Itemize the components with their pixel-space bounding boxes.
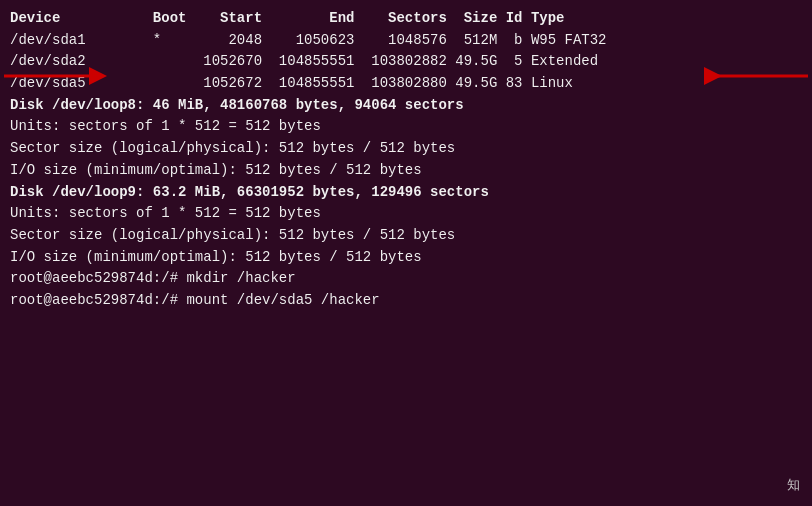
terminal-line-sda2: /dev/sda2 1052670 104855551 103802882 49…: [10, 51, 802, 73]
terminal-line-cmd1: root@aeebc529874d:/# mkdir /hacker: [10, 268, 802, 290]
terminal-line-header: Device Boot Start End Sectors Size Id Ty…: [10, 8, 802, 30]
left-arrow-icon: [4, 62, 109, 90]
terminal-line-loop9_head: Disk /dev/loop9: 63.2 MiB, 66301952 byte…: [10, 182, 802, 204]
terminal-line-cmd2: root@aeebc529874d:/# mount /dev/sda5 /ha…: [10, 290, 802, 312]
terminal-line-sda1: /dev/sda1 * 2048 1050623 1048576 512M b …: [10, 30, 802, 52]
watermark: 知: [787, 476, 800, 494]
terminal-line-loop9_units: Units: sectors of 1 * 512 = 512 bytes: [10, 203, 802, 225]
terminal-line-loop8_units: Units: sectors of 1 * 512 = 512 bytes: [10, 116, 802, 138]
terminal: Device Boot Start End Sectors Size Id Ty…: [0, 0, 812, 506]
terminal-line-loop9_io: I/O size (minimum/optimal): 512 bytes / …: [10, 247, 802, 269]
terminal-line-loop9_sector: Sector size (logical/physical): 512 byte…: [10, 225, 802, 247]
terminal-line-loop8_io: I/O size (minimum/optimal): 512 bytes / …: [10, 160, 802, 182]
terminal-line-loop8_head: Disk /dev/loop8: 46 MiB, 48160768 bytes,…: [10, 95, 802, 117]
terminal-line-loop8_sector: Sector size (logical/physical): 512 byte…: [10, 138, 802, 160]
right-arrow-icon: [703, 62, 808, 90]
terminal-line-sda5: /dev/sda5 1052672 104855551 103802880 49…: [10, 73, 802, 95]
